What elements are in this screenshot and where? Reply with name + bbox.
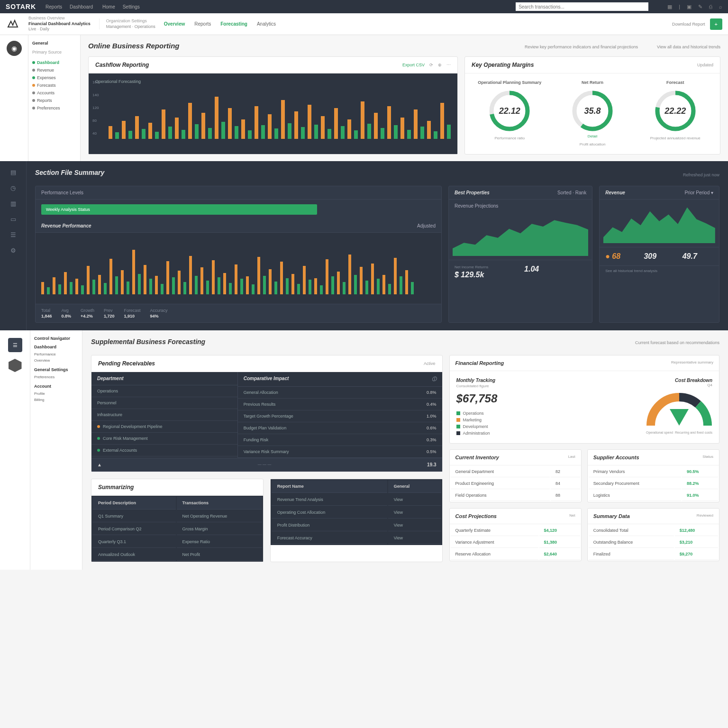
table-row[interactable]: Revenue Trend AnalysisView [272,494,441,506]
sidebar-3: ☰ [0,330,30,570]
table-row[interactable]: General Department82 [451,466,580,477]
table-row[interactable]: Field Operations88 [451,490,580,501]
sec3-left: Pending Receivables Active Department Op… [91,355,443,562]
refresh-icon[interactable]: ⟳ [429,63,433,67]
side3-item[interactable]: Preferences [34,374,78,380]
list-row[interactable]: Personnel [91,397,237,409]
search-icon[interactable]: ⌕ [719,4,722,10]
table-row[interactable]: Finalized$9,270 [589,549,718,560]
gauges-title: Key Operating Margins [472,62,534,68]
folder-icon[interactable]: ▭ [10,216,16,223]
chart2-title: Revenue Performance [41,223,91,228]
table-row[interactable]: Consolidated Total$12,480 [589,525,718,536]
nav-tab[interactable]: Analytics [257,21,276,27]
download-label[interactable]: Download Report [672,22,705,27]
table-row[interactable]: Logistics91.0% [589,490,718,501]
sec3-right: Financial Reporting Representative summa… [449,355,719,562]
chart-icon[interactable]: ▥ [10,200,16,207]
nav-tab[interactable]: Reports [194,21,211,27]
topbar-tab[interactable]: Home [102,4,115,9]
table-row[interactable]: Outstanding Balance$3,210 [589,537,718,548]
topbar-tab[interactable]: Settings [123,4,140,9]
export-action[interactable]: Export CSV [402,63,425,67]
table-row[interactable]: Quarterly Estimate$4,120 [451,525,580,536]
kpi-row-1: Net Income Returns $ 129.5k 1.04 [449,260,592,284]
table-row[interactable]: Forecast AccuracyView [272,532,441,544]
sum-hdr: Summary Data Reviewed [588,509,719,524]
gear-icon[interactable]: ⚙ [10,247,16,254]
inventory-card: Current Inventory Last General Departmen… [449,449,582,502]
search-input[interactable] [516,2,648,11]
side3-item[interactable]: Performance [34,351,78,357]
nav-tab-overview[interactable]: Overview [164,21,185,27]
kpi-label: Net Income Returns [455,265,517,269]
topbar-tab[interactable]: Dashboard [70,4,93,9]
side3-item[interactable]: Profile [34,391,78,397]
sidebar-item[interactable]: Forecasts [32,82,76,89]
table-row[interactable]: Primary Vendors90.5% [589,466,718,477]
sidebar-item[interactable]: Reports [32,97,76,104]
table-row[interactable]: Period Comparison Q2Gross Margin [92,523,262,535]
inv-title: Current Inventory [455,455,499,460]
sec2-left: Performance Levels Weekly Analysis Statu… [35,186,442,323]
summary-table-2: Report NameGeneral Revenue Trend Analysi… [270,479,443,562]
clock-icon[interactable]: ◷ [10,184,16,191]
print-icon[interactable]: ⎙ [709,4,712,10]
nav-tab[interactable]: Forecasting [220,21,247,27]
list-icon[interactable]: ☰ [10,231,16,238]
sum-title: Summary Data [593,513,630,519]
table-row[interactable]: Annualized OutlookNet Profit [92,549,262,561]
list-row[interactable]: Core Risk Management [91,433,237,445]
list-row[interactable]: Operations [91,385,237,397]
footer-icon[interactable]: ▲ [97,462,102,467]
list-row[interactable]: Infrastructure [91,409,237,421]
sidebar-item[interactable]: Preferences [32,104,76,112]
topbar-tab[interactable]: Reports [46,4,62,9]
perf-hdr-title: Performance Levels [41,190,83,195]
table-row[interactable]: Product Engineering84 [451,478,580,489]
list-row[interactable]: Previous Results0.4% [238,399,442,410]
sidebar-item[interactable]: Dashboard [32,59,76,66]
donut-title: Cost Breakdown [646,378,712,383]
grid-icon[interactable]: ▦ [667,4,672,10]
table-row[interactable]: Reserve Allocation$2,640 [451,549,580,560]
info-icon[interactable]: ⓘ [432,376,437,382]
sidebar-item[interactable]: Revenue [32,66,76,74]
list-row[interactable]: Target Growth Percentage1.0% [238,410,442,422]
more-icon[interactable]: ⋯ [446,63,451,67]
sec3-row: Pending Receivables Active Department Op… [91,355,719,562]
table-row[interactable]: Secondary Procurement88.2% [589,478,718,489]
add-button[interactable]: + [710,18,722,30]
hex-icon[interactable] [9,359,22,372]
table-row[interactable]: Quarterly Q3.1Expense Ratio [92,536,262,548]
sidebar-item[interactable]: Expenses [32,74,76,82]
area2-meta[interactable]: Prior Period ▾ [684,190,713,195]
list-row[interactable]: External Accounts [91,445,237,456]
gauges-row: Operational Planning Summary 22.12 Perfo… [465,73,720,153]
table-row[interactable]: Operating Cost AllocationView [272,507,441,519]
list-row[interactable]: Funding Risk0.3% [238,434,442,446]
fin-title: Financial Reporting [455,360,504,366]
table-row[interactable]: Variance Adjustment$1,380 [451,537,580,548]
menu-icon[interactable]: ☰ [8,338,22,352]
table-row[interactable]: Profit DistributionView [272,519,441,531]
side3-item[interactable]: Overview [34,357,78,364]
edit-icon[interactable]: ✎ [698,4,702,10]
topbar-icons: ▦ | ▣ ✎ ⎙ ⌕ [667,4,722,10]
area2-hdr: Revenue Prior Period ▾ [600,186,719,200]
sidebar-item[interactable]: Accounts [32,89,76,97]
expand-icon[interactable]: ⊕ [438,63,442,67]
inv-hdr: Current Inventory Last [450,450,581,465]
list-row[interactable]: Budget Plan Validation0.6% [238,422,442,434]
globe-icon[interactable]: ◉ [7,41,22,56]
area2-footer[interactable]: See all historical trend analysis [600,265,719,276]
app-icon[interactable]: ▣ [687,4,692,10]
list-row[interactable]: Regional Development Pipeline [91,421,237,433]
list-row[interactable]: Variance Risk Summary0.5% [238,446,442,458]
list-row[interactable]: General Allocation0.8% [238,387,442,399]
side3-item[interactable]: Billing [34,397,78,403]
table-row[interactable]: Q1 SummaryNet Operating Revenue [92,510,262,522]
y-axis-labels: 1601401208040 [92,80,99,136]
side3-hdr: Control Navigator [34,336,78,341]
cards-icon[interactable]: ▤ [10,169,16,176]
